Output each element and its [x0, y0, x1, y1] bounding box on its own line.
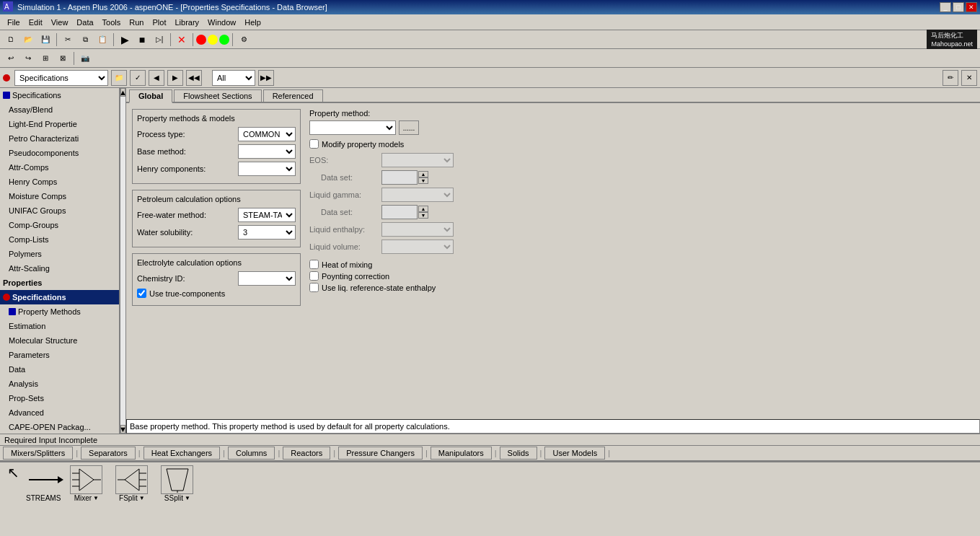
menu-view[interactable]: View — [47, 17, 73, 28]
nav-dropdown[interactable]: Specifications — [14, 70, 108, 86]
save-btn[interactable]: 💾 — [37, 32, 53, 48]
sidebar-henry-comps[interactable]: Henry Comps — [0, 175, 119, 189]
menu-data[interactable]: Data — [72, 17, 97, 28]
sidebar-scrollbar[interactable]: ▲ ▼ — [120, 88, 125, 434]
sidebar-analysis[interactable]: Analysis — [0, 377, 119, 391]
sidebar-light-end[interactable]: Light-End Propertie — [0, 117, 119, 131]
tab-mixers-splitters[interactable]: Mixers/Splitters — [3, 447, 73, 460]
use-true-comps-checkbox[interactable] — [137, 289, 146, 298]
ssplit-tool[interactable]: SSplit ▼ — [157, 465, 197, 502]
streams-tool[interactable]: STREAMS — [26, 465, 61, 502]
sidebar-molecular-struct[interactable]: Molecular Structure — [0, 333, 119, 348]
tab-flowsheet-sections[interactable]: Flowsheet Sections — [174, 89, 261, 102]
liquid-volume-select[interactable] — [381, 240, 454, 254]
modify-prop-checkbox[interactable] — [309, 139, 319, 149]
tb2-btn4[interactable]: ⊠ — [55, 50, 71, 66]
tb2-btn1[interactable]: ↩ — [3, 50, 19, 66]
close-btn[interactable]: ✕ — [966, 2, 977, 12]
all-dropdown[interactable]: All — [212, 70, 255, 86]
tab-reactors[interactable]: Reactors — [283, 447, 330, 460]
tab-manipulators[interactable]: Manipulators — [431, 447, 492, 460]
sidebar-unifac-groups[interactable]: UNIFAC Groups — [0, 203, 119, 218]
menu-library[interactable]: Library — [170, 17, 203, 28]
tab-user-models[interactable]: User Models — [544, 447, 605, 460]
copy-btn[interactable]: ⧉ — [77, 32, 93, 48]
dataset2-up-btn[interactable]: ▲ — [418, 206, 428, 212]
scroll-up[interactable]: ▲ — [120, 88, 125, 97]
menu-window[interactable]: Window — [203, 17, 240, 28]
nav-x-btn[interactable]: ✕ — [961, 70, 977, 86]
eos-select[interactable] — [381, 153, 454, 167]
sidebar-parameters[interactable]: Parameters — [0, 348, 119, 362]
menu-run[interactable]: Run — [125, 17, 148, 28]
open-btn[interactable]: 📂 — [20, 32, 36, 48]
dataset1-input[interactable]: 1 — [381, 170, 418, 185]
scroll-down[interactable]: ▼ — [120, 425, 125, 434]
property-method-dotbtn[interactable]: ...... — [399, 120, 419, 135]
sidebar-petro-char[interactable]: Petro Characterizati — [0, 131, 119, 146]
sidebar-comp-lists[interactable]: Comp-Lists — [0, 232, 119, 247]
base-method-select[interactable] — [238, 144, 296, 159]
tab-heat-exchangers[interactable]: Heat Exchangers — [144, 447, 220, 460]
stop-btn[interactable]: ■ — [134, 32, 150, 48]
new-btn[interactable]: 🗋 — [3, 32, 19, 48]
arrow-tool[interactable]: ↖ — [6, 465, 20, 480]
tab-columns[interactable]: Columns — [228, 447, 275, 460]
tb2-btn2[interactable]: ↪ — [20, 50, 36, 66]
sidebar-prop-sets[interactable]: Prop-Sets — [0, 391, 119, 405]
process-type-select[interactable]: COMMON — [238, 127, 296, 141]
cut-btn[interactable]: ✂ — [60, 32, 76, 48]
step-btn[interactable]: ▷| — [151, 32, 167, 48]
fsplit-tool[interactable]: FSplit ▼ — [112, 465, 151, 502]
tab-solids[interactable]: Solids — [500, 447, 537, 460]
property-method-select[interactable] — [309, 120, 396, 135]
run-btn[interactable]: ▶ — [117, 32, 133, 48]
sidebar-specifications[interactable]: Specifications — [0, 88, 119, 102]
tab-separators[interactable]: Separators — [81, 447, 136, 460]
liquid-gamma-select[interactable] — [381, 188, 454, 202]
sidebar-advanced[interactable]: Advanced — [0, 405, 119, 420]
ssplit-dropdown-arrow[interactable]: ▼ — [185, 495, 190, 501]
nav-folder-btn[interactable]: 📁 — [111, 70, 127, 86]
tb2-btn5[interactable]: 📷 — [77, 50, 93, 66]
liq-ref-checkbox[interactable] — [309, 283, 319, 292]
poynting-checkbox[interactable] — [309, 271, 319, 281]
sidebar-assay-blend[interactable]: Assay/Blend — [0, 102, 119, 117]
menu-file[interactable]: File — [3, 17, 25, 28]
nav-check-btn[interactable]: ✓ — [130, 70, 146, 86]
paste-btn[interactable]: 📋 — [94, 32, 110, 48]
tab-pressure-changers[interactable]: Pressure Changers — [338, 447, 423, 460]
sidebar-property-methods[interactable]: Property Methods — [0, 304, 119, 319]
minimize-btn[interactable]: _ — [940, 2, 951, 12]
dataset2-down-btn[interactable]: ▼ — [418, 212, 428, 219]
dataset1-up-btn[interactable]: ▲ — [418, 171, 428, 177]
nav-back-btn[interactable]: ◀ — [149, 70, 164, 86]
maximize-btn[interactable]: □ — [953, 2, 964, 12]
menu-help[interactable]: Help — [240, 17, 265, 28]
menu-edit[interactable]: Edit — [25, 17, 47, 28]
sidebar-polymers[interactable]: Polymers — [0, 247, 119, 261]
tab-referenced[interactable]: Referenced — [263, 89, 323, 102]
nav-fwd-btn[interactable]: ▶ — [167, 70, 183, 86]
nav-ff-btn[interactable]: ▶▶ — [258, 70, 274, 86]
sidebar-attr-scaling[interactable]: Attr-Scaling — [0, 261, 119, 276]
nav-pencil-btn[interactable]: ✏ — [943, 70, 958, 86]
menu-tools[interactable]: Tools — [98, 17, 125, 28]
nav-rewind-btn[interactable]: ◀◀ — [186, 70, 202, 86]
menu-plot[interactable]: Plot — [148, 17, 170, 28]
mixer-dropdown-arrow[interactable]: ▼ — [93, 495, 99, 501]
sidebar-comp-groups[interactable]: Comp-Groups — [0, 218, 119, 232]
dataset1-down-btn[interactable]: ▼ — [418, 177, 428, 184]
sidebar-data[interactable]: Data — [0, 362, 119, 377]
sidebar-attr-comps[interactable]: Attr-Comps — [0, 160, 119, 175]
mixer-tool[interactable]: Mixer ▼ — [66, 465, 106, 502]
fsplit-dropdown-arrow[interactable]: ▼ — [139, 495, 145, 501]
liquid-enthalpy-select[interactable] — [381, 222, 454, 237]
water-solubility-select[interactable]: 3 — [238, 225, 296, 240]
chemistry-id-select[interactable] — [238, 271, 296, 286]
free-water-select[interactable]: STEAM-TA — [238, 208, 296, 222]
tb2-btn3[interactable]: ⊞ — [37, 50, 53, 66]
sidebar-cape-open[interactable]: CAPE-OPEN Packag... — [0, 420, 119, 434]
dataset2-input[interactable]: 1 — [381, 205, 418, 219]
sidebar-pseudocomponents[interactable]: Pseudocomponents — [0, 146, 119, 160]
